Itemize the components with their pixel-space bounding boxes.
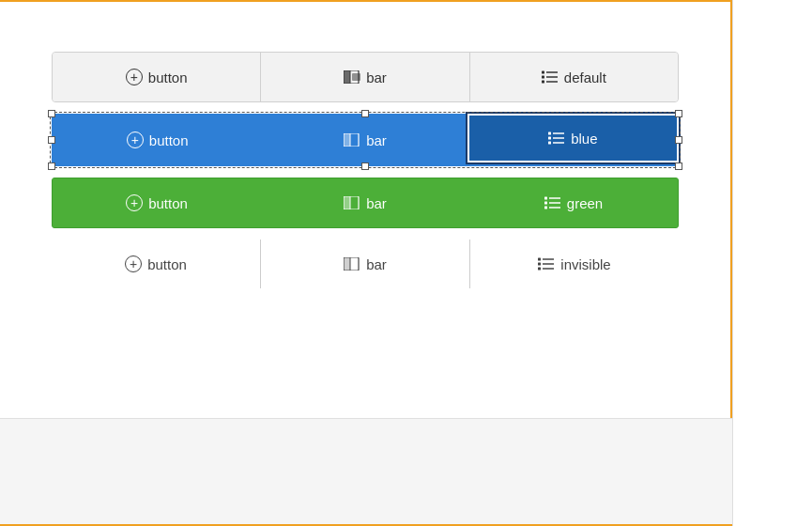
svg-rect-34 <box>538 258 541 261</box>
top-border <box>0 0 732 2</box>
bar-icon-invisible <box>344 257 360 271</box>
handle-tr[interactable] <box>675 110 682 117</box>
svg-rect-11 <box>344 133 350 147</box>
handle-bc[interactable] <box>361 162 369 170</box>
svg-rect-27 <box>544 207 547 209</box>
handle-tc[interactable] <box>361 110 369 117</box>
handle-ml[interactable] <box>48 136 55 144</box>
svg-rect-9 <box>542 81 544 84</box>
svg-rect-36 <box>538 268 541 271</box>
bar-item-invisible[interactable]: bar <box>260 240 469 288</box>
svg-rect-1 <box>352 73 360 81</box>
svg-rect-29 <box>344 257 350 271</box>
list-icon-green <box>544 196 561 209</box>
handle-bl[interactable] <box>48 162 55 170</box>
toolbar-row-default: + button bar <box>52 52 679 102</box>
bar-label-blue: bar <box>366 132 387 148</box>
button-item-blue[interactable]: + button <box>54 116 261 164</box>
style-label-green: green <box>567 195 603 211</box>
plus-icon-blue: + <box>127 132 144 148</box>
bar-icon-blue <box>344 133 360 147</box>
canvas: + button bar <box>0 0 732 526</box>
svg-rect-26 <box>544 202 547 205</box>
toolbar-row-blue: + button bar <box>52 114 679 166</box>
svg-rect-8 <box>542 76 544 79</box>
style-label-default: default <box>564 70 606 85</box>
bar-label-invisible: bar <box>366 256 387 272</box>
handle-br[interactable] <box>675 162 682 170</box>
svg-rect-7 <box>542 71 544 74</box>
selection-wrapper-blue: + button bar <box>52 114 679 166</box>
button-label-green: button <box>148 195 188 211</box>
plus-icon: + <box>126 69 143 85</box>
style-item-blue-selected[interactable]: blue <box>467 114 679 162</box>
bar-label-green: bar <box>366 195 387 211</box>
button-item-default[interactable]: + button <box>53 53 260 101</box>
svg-rect-18 <box>548 142 551 145</box>
bar-item-blue[interactable]: bar <box>261 116 468 164</box>
svg-rect-0 <box>344 70 350 84</box>
style-item-green[interactable]: green <box>469 178 678 227</box>
bar-item-default[interactable]: bar <box>260 53 468 101</box>
content-area: + button bar <box>0 0 730 288</box>
style-label-invisible: invisible <box>560 256 610 272</box>
toolbar-row-invisible: + button bar <box>52 240 679 288</box>
button-item-green[interactable]: + button <box>53 178 261 227</box>
list-icon-default <box>542 70 559 84</box>
bar-item-green[interactable]: bar <box>261 178 469 227</box>
button-label-default: button <box>148 70 188 85</box>
right-panel <box>732 0 812 526</box>
handle-tl[interactable] <box>48 110 55 117</box>
button-label-blue: button <box>149 132 189 148</box>
style-item-default[interactable]: default <box>469 53 678 101</box>
plus-icon-invisible: + <box>125 255 142 272</box>
plus-icon-green: + <box>126 194 143 211</box>
svg-rect-16 <box>548 132 551 135</box>
svg-rect-20 <box>344 196 350 209</box>
style-label-blue: blue <box>571 131 597 147</box>
bar-icon-green <box>344 196 360 209</box>
svg-rect-17 <box>548 137 551 140</box>
handle-mr[interactable] <box>675 136 682 144</box>
bottom-area <box>0 418 732 526</box>
bar-icon-default <box>344 70 360 84</box>
bar-label-default: bar <box>366 70 387 85</box>
svg-rect-35 <box>538 263 541 266</box>
toolbar-row-green: + button bar <box>52 178 679 228</box>
list-icon-blue <box>548 132 565 145</box>
button-label-invisible: button <box>147 256 187 272</box>
svg-rect-25 <box>544 197 547 200</box>
button-item-invisible[interactable]: + button <box>52 240 260 288</box>
list-icon-invisible <box>538 257 555 271</box>
style-item-invisible[interactable]: invisible <box>469 240 679 288</box>
